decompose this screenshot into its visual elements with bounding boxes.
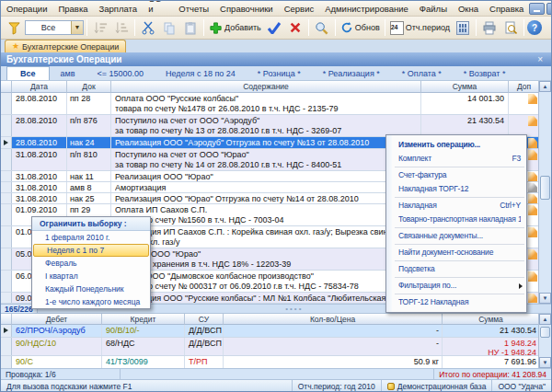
column-header-su[interactable]: СУ	[185, 314, 224, 325]
print-preview-button[interactable]	[500, 18, 521, 38]
menu-directories[interactable]: Справочники	[214, 2, 279, 16]
report-period-status[interactable]: Отч.период: год 2010	[292, 380, 381, 392]
report-period-button[interactable]: 24 Отч.период	[388, 18, 452, 38]
menu-item-highlight[interactable]: Подсветка	[386, 262, 526, 276]
scroll-thumb[interactable]	[540, 327, 550, 338]
menu-item-edit-operation[interactable]: Изменить операцию...	[386, 138, 526, 152]
popup-item-feb1[interactable]: 1 февраля 2010 г.	[32, 231, 150, 244]
menu-item-torg12[interactable]: ТОРГ-12 Накладная	[386, 295, 526, 309]
organization-name[interactable]: ООО "Удача"	[491, 380, 551, 392]
menu-service[interactable]: Сервис	[279, 2, 320, 16]
tab-accounting-operations[interactable]: ★ Бухгалтерские Операции	[5, 40, 126, 52]
column-header-qty-price[interactable]: Кол-во/Цена	[224, 314, 443, 325]
attachment-icon[interactable]	[528, 294, 537, 303]
scroll-up-icon[interactable]: ▲	[539, 81, 551, 92]
chevron-down-icon[interactable]: ▼	[71, 21, 83, 34]
filter-tab-payment[interactable]: * Оплата *	[391, 67, 453, 80]
menu-item-komplekt[interactable]: КомплектF3	[386, 152, 526, 166]
table-row[interactable]: 28.08.2010пп 28 Оплата ООО "Русские колб…	[1, 93, 540, 115]
print-button[interactable]	[479, 18, 500, 38]
menu-files[interactable]: Файлы	[414, 2, 453, 16]
menu-item-waybill[interactable]: НакладнаяCtrl+Y	[386, 199, 526, 213]
minimize-button[interactable]	[529, 3, 545, 15]
attachment-icon[interactable]	[528, 94, 537, 104]
filter-tab-retail[interactable]: * Розница *	[247, 67, 312, 80]
attachment-icon[interactable]	[528, 116, 537, 126]
column-header-sum[interactable]: Сумма	[421, 81, 509, 93]
filter-tab-amv[interactable]: амв	[50, 67, 86, 80]
copy-button[interactable]	[159, 18, 179, 38]
filter-dropdown[interactable]: Все ▼	[25, 20, 84, 35]
menu-item-torg12-waybill[interactable]: Накладная ТОРГ-12	[386, 182, 526, 196]
menu-reports[interactable]: Отчеты	[173, 2, 214, 16]
popup-item-first-day[interactable]: 1-е число каждого месяца	[32, 295, 150, 308]
popup-item-february[interactable]: Февраль	[32, 257, 150, 270]
attachment-icon[interactable]	[528, 227, 537, 237]
attachment-icon[interactable]	[528, 205, 537, 215]
delete-button[interactable]	[285, 18, 305, 38]
menu-windows[interactable]: Окна	[453, 2, 484, 16]
postings-vertical-scrollbar[interactable]: ▲ ▼	[538, 314, 551, 368]
popup-item-week1-7[interactable]: Неделя с 1 по 7	[33, 244, 149, 257]
attachment-icon[interactable]	[528, 194, 537, 203]
filter-tab-realization[interactable]: * Реализация *	[312, 67, 391, 80]
column-header-content[interactable]: Содержание	[111, 81, 421, 93]
column-header-debit[interactable]: Дебет	[12, 314, 102, 325]
filter-tab-week[interactable]: Неделя с 18 по 24	[155, 67, 247, 80]
search-button[interactable]	[312, 18, 332, 38]
attachment-icon[interactable]	[528, 249, 537, 259]
posting-row[interactable]: 90/НДС/10 68/НДС Д/Д/ВСП - 1 948.24НУ -1…	[1, 338, 540, 356]
confirm-button[interactable]	[264, 18, 284, 38]
panel-close-icon[interactable]: ×	[535, 54, 546, 64]
menu-help[interactable]: Справка	[484, 2, 529, 16]
menu-item-find-base-document[interactable]: Найти документ-основание	[386, 246, 526, 259]
attachment-icon-disabled[interactable]	[528, 183, 537, 192]
refresh-button[interactable]: Обнов	[339, 18, 382, 38]
column-header-dop[interactable]: Доп	[509, 81, 540, 93]
menu-edit[interactable]: Правка	[52, 2, 93, 16]
scroll-up-icon[interactable]: ▲	[539, 314, 551, 325]
menu-item-linked-documents[interactable]: Связанные документы...	[386, 229, 526, 243]
add-button-label: Добавить	[224, 23, 261, 32]
restore-button[interactable]	[546, 3, 552, 15]
column-header-date[interactable]: Дата	[12, 81, 67, 93]
postings-grid-header: Дебет Кредит СУ Кол-во/Цена Сумма	[1, 314, 540, 325]
paste-icon	[184, 21, 197, 35]
scroll-thumb[interactable]	[540, 176, 550, 200]
menu-item-transport-waybill[interactable]: Товарно-транспортная накладная 1-Т	[386, 213, 526, 226]
column-header-sum2[interactable]: Сумма	[443, 314, 540, 325]
posting-counter: Проводка: 1/6	[1, 369, 121, 379]
cut-button[interactable]	[138, 18, 158, 38]
menu-item-invoice[interactable]: Счет-фактура	[386, 168, 526, 182]
splitter-handle[interactable]: ••••	[285, 305, 303, 313]
attachment-icon[interactable]	[528, 150, 537, 160]
sort-ascending-button[interactable]	[90, 18, 110, 38]
database-status[interactable]: Демонстрационная база	[381, 380, 492, 392]
attachment-icon[interactable]	[528, 172, 537, 181]
filter-tab-return[interactable]: * Возврат *	[453, 67, 517, 80]
filter-button[interactable]	[4, 18, 24, 38]
filter-tab-amount[interactable]: <= 15000.00	[86, 67, 155, 80]
add-button[interactable]: Добавить	[207, 18, 263, 38]
grid-vertical-scrollbar[interactable]: ▲ ▼	[538, 81, 551, 304]
menu-item-filter-by[interactable]: Фильтрация по...	[386, 279, 526, 293]
popup-item-quarter[interactable]: I квартал	[32, 270, 150, 282]
menu-operations[interactable]: Операции	[1, 2, 52, 16]
scroll-down-icon[interactable]: ▼	[539, 293, 551, 304]
column-header-credit[interactable]: Кредит	[102, 314, 185, 325]
paste-button[interactable]	[180, 18, 201, 38]
attachment-icon[interactable]	[528, 138, 537, 148]
help-button[interactable]: ?	[527, 20, 542, 35]
menu-salary[interactable]: Зарплата	[94, 2, 144, 16]
sort-descending-button[interactable]	[111, 18, 132, 38]
calculator-button[interactable]	[453, 18, 473, 38]
search-icon	[315, 21, 328, 35]
popup-item-every-monday[interactable]: Каждый Понедельник	[32, 282, 150, 295]
attachment-icon[interactable]	[528, 271, 537, 282]
filter-tab-all[interactable]: Все	[6, 66, 50, 80]
posting-row[interactable]: 90/С 41/ТЗ/0099 Т/РП 50.9 кг151.12 7 691…	[1, 356, 540, 368]
menu-administration[interactable]: Администрирование	[319, 2, 414, 16]
posting-row-selected[interactable]: 62/ПРОЧ/Аэродуб 90/В/10/- Д/Д/ВСП - 21 4…	[1, 325, 540, 338]
scroll-down-icon[interactable]: ▼	[539, 357, 551, 368]
column-header-doc[interactable]: Док	[67, 81, 111, 93]
